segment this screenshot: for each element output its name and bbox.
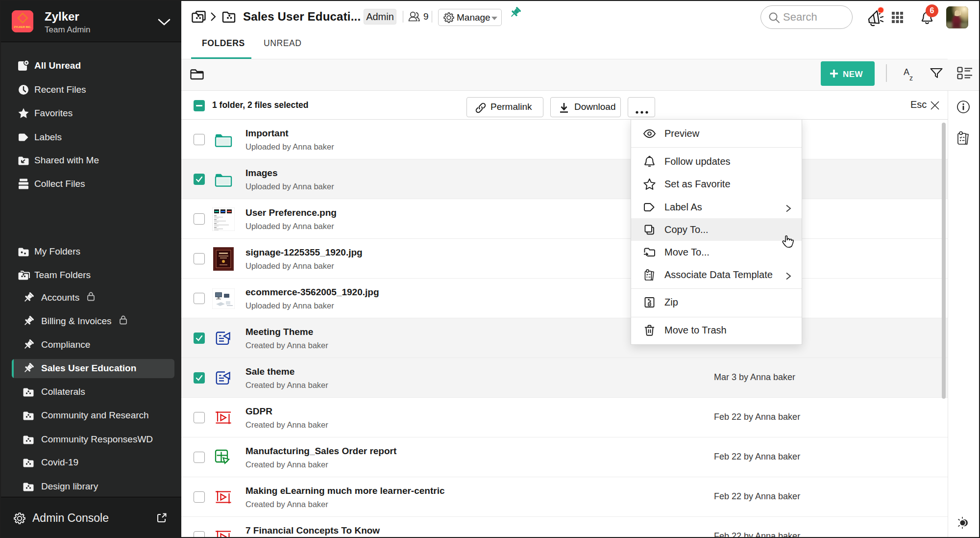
svg-text:A: A <box>904 68 909 77</box>
svg-text:ZYLKER INC.: ZYLKER INC. <box>14 26 31 28</box>
svg-text:z: z <box>909 74 913 81</box>
